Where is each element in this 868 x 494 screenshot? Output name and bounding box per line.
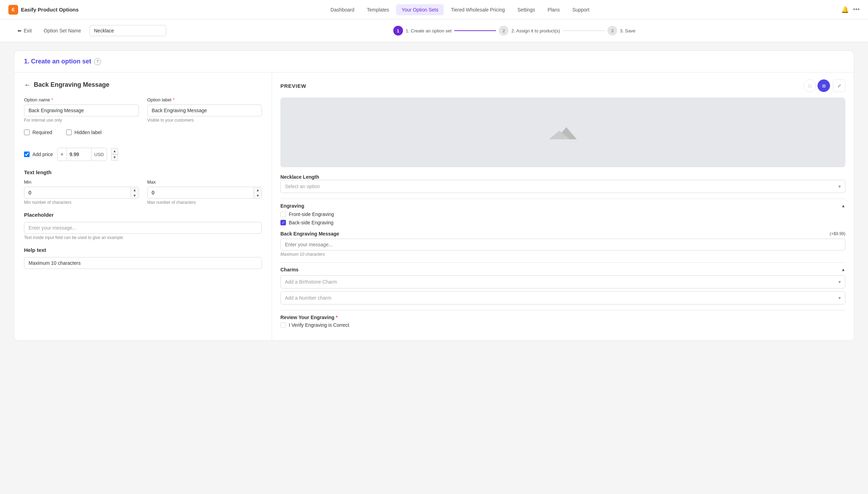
- max-down-button[interactable]: ▼: [254, 193, 262, 198]
- review-engraving-section: Review Your Engraving * I Verify Engravi…: [280, 315, 845, 328]
- min-input[interactable]: [24, 187, 131, 198]
- birthstone-placeholder: Add a Birthstone Charm: [285, 279, 337, 285]
- card-title: 1. Create an option set ?: [24, 58, 844, 65]
- price-up-button[interactable]: ▲: [111, 148, 118, 154]
- mobile-icon: □: [808, 83, 811, 88]
- notification-icon[interactable]: 🔔: [841, 6, 849, 14]
- nav-support[interactable]: Support: [567, 4, 595, 15]
- verify-row: I Verify Engraving is Correct: [280, 322, 845, 328]
- review-required-star: *: [336, 315, 338, 320]
- min-up-button[interactable]: ▲: [131, 187, 139, 193]
- step-3-label: 3. Save: [620, 28, 635, 33]
- max-hint: Max number of characters: [147, 200, 262, 205]
- nav-plans[interactable]: Plans: [542, 4, 565, 15]
- placeholder-hint: Text inside input field can be used to g…: [24, 235, 262, 240]
- option-label-group: Option label * Visible to your customers: [147, 97, 262, 123]
- back-side-row: Back-side Engraving: [280, 220, 845, 225]
- number-charm-select[interactable]: Add a Number charm ▾: [280, 291, 845, 304]
- app-logo: E Easify Product Options: [8, 5, 79, 15]
- engraving-header[interactable]: Engraving ▲: [280, 203, 845, 209]
- option-name-input[interactable]: [24, 105, 139, 116]
- charms-header[interactable]: Charms ▲: [280, 267, 845, 272]
- required-label[interactable]: Required: [32, 130, 52, 135]
- max-input[interactable]: [148, 187, 254, 198]
- more-options-icon[interactable]: •••: [853, 6, 860, 13]
- price-plus-icon: +: [57, 148, 67, 161]
- step-2: 2 2. Assign it to product(s): [499, 26, 560, 36]
- nav-settings[interactable]: Settings: [512, 4, 541, 15]
- max-up-button[interactable]: ▲: [254, 187, 262, 193]
- engraving-message-input[interactable]: [280, 239, 845, 250]
- step-1-circle: 1: [393, 26, 403, 36]
- expand-button[interactable]: ⤢: [833, 79, 845, 92]
- step-3: 3 3. Save: [607, 26, 635, 36]
- verify-label: I Verify Engraving is Correct: [289, 322, 349, 328]
- option-set-name-input[interactable]: [90, 25, 166, 36]
- min-steppers: ▲ ▼: [131, 187, 139, 198]
- exit-label: Exit: [24, 28, 32, 33]
- min-max-row: Min ▲ ▼ Min number of characters Max: [24, 179, 262, 205]
- price-input[interactable]: [67, 149, 91, 160]
- max-label: Max: [147, 179, 262, 185]
- number-charm-placeholder: Add a Number charm: [285, 295, 331, 301]
- option-set-card: 1. Create an option set ? ← Back Engravi…: [14, 51, 854, 341]
- wizard-steps: 1 1. Create an option set 2 2. Assign it…: [175, 26, 854, 36]
- main-nav: Dashboard Templates Your Option Sets Tie…: [325, 4, 595, 15]
- help-text-section: Help text: [24, 247, 262, 269]
- hidden-label-checkbox-row: Hidden label: [66, 130, 102, 135]
- option-label-input[interactable]: [147, 105, 262, 116]
- necklace-select-placeholder: Select an option: [285, 184, 320, 189]
- nav-templates[interactable]: Templates: [361, 4, 395, 15]
- help-icon[interactable]: ?: [94, 58, 101, 65]
- price-steppers: ▲ ▼: [111, 148, 118, 161]
- charms-title: Charms: [280, 267, 299, 272]
- front-side-row: Front-side Engraving: [280, 211, 845, 217]
- required-checkbox-row: Required: [24, 130, 52, 135]
- card-header: 1. Create an option set ?: [14, 51, 854, 72]
- necklace-length-select[interactable]: Select an option ▾: [280, 180, 845, 193]
- price-down-button[interactable]: ▼: [111, 154, 118, 161]
- engraving-section: Engraving ▲ Front-side Engraving Back-si…: [280, 203, 845, 225]
- desktop-view-button[interactable]: ⊞: [817, 79, 830, 92]
- back-side-label: Back-side Engraving: [289, 220, 333, 225]
- charms-chevron-icon: ▲: [841, 267, 845, 272]
- birthstone-charm-select[interactable]: Add a Birthstone Charm ▾: [280, 275, 845, 288]
- nav-option-sets[interactable]: Your Option Sets: [396, 4, 444, 15]
- expand-icon: ⤢: [837, 83, 841, 88]
- step-line-1: [454, 30, 496, 31]
- name-label-row: Option name * For internal use only Opti…: [24, 97, 262, 123]
- help-text-input[interactable]: [24, 257, 262, 269]
- divider-3: [280, 310, 845, 310]
- mobile-view-button[interactable]: □: [804, 79, 816, 92]
- hidden-label[interactable]: Hidden label: [75, 130, 102, 135]
- option-name-group: Option name * For internal use only: [24, 97, 139, 123]
- step-1: 1 1. Create an option set: [393, 26, 452, 36]
- min-down-button[interactable]: ▼: [131, 193, 139, 198]
- nav-tiered-pricing[interactable]: Tiered Wholesale Pricing: [445, 4, 510, 15]
- option-set-label: Option Set Name: [44, 28, 81, 33]
- step-3-circle: 3: [607, 26, 617, 36]
- exit-icon: ⬅: [17, 28, 22, 33]
- back-side-checkbox[interactable]: [280, 220, 286, 225]
- option-name-label: Option name *: [24, 97, 139, 102]
- step-1-label: 1. Create an option set: [406, 28, 452, 33]
- charms-section: Charms ▲ Add a Birthstone Charm ▾ Add a …: [280, 267, 845, 304]
- nav-dashboard[interactable]: Dashboard: [325, 4, 360, 15]
- max-input-wrap: ▲ ▼: [147, 187, 262, 199]
- placeholder-input[interactable]: [24, 222, 262, 234]
- divider-2: [280, 262, 845, 263]
- add-price-checkbox[interactable]: [24, 152, 30, 157]
- wizard-bar: ⬅ Exit Option Set Name 1 1. Create an op…: [0, 20, 868, 42]
- panel-back[interactable]: ← Back Engraving Message: [24, 81, 262, 89]
- front-side-checkbox[interactable]: [280, 211, 286, 217]
- option-name-hint: For internal use only: [24, 118, 139, 123]
- engraving-chevron-icon: ▲: [841, 203, 845, 208]
- exit-button[interactable]: ⬅ Exit: [14, 26, 35, 36]
- hidden-label-checkbox[interactable]: [66, 130, 72, 135]
- required-checkbox[interactable]: [24, 130, 30, 135]
- add-price-label[interactable]: Add price: [32, 152, 53, 157]
- min-hint: Min number of characters: [24, 200, 139, 205]
- birthstone-chevron-icon: ▾: [838, 279, 841, 285]
- engraving-title: Engraving: [280, 203, 304, 209]
- verify-checkbox[interactable]: [280, 322, 286, 328]
